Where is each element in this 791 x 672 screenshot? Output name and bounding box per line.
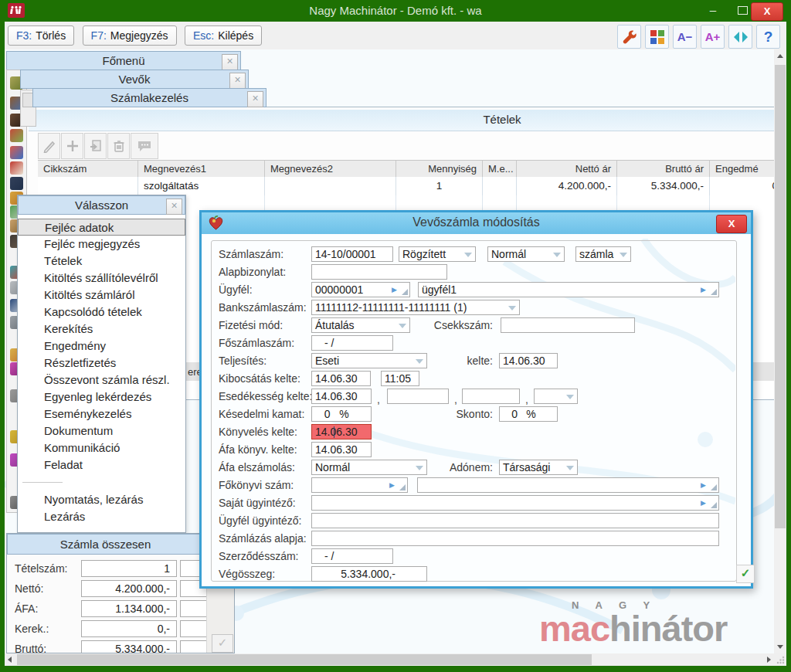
corner-expand-icon[interactable] — [399, 484, 406, 490]
lookup-arrow-icon[interactable]: ▶ — [392, 286, 397, 294]
fokonyvi-nev-input[interactable]: ▶ — [417, 477, 719, 493]
osszesen-titlebar[interactable]: Számla összesen — [7, 534, 204, 555]
dialog-titlebar[interactable]: Vevőszámla módosítás X — [202, 212, 751, 234]
table-column-header[interactable]: Mennyiség — [396, 161, 483, 178]
scroll-down-icon[interactable] — [777, 645, 783, 649]
fomenu-window-titlebar[interactable]: Főmenü × — [6, 51, 241, 70]
corner-expand-icon[interactable] — [711, 484, 717, 490]
szamlakezeles-close-icon[interactable]: × — [247, 91, 263, 107]
scroll-left-icon[interactable] — [8, 657, 12, 663]
ugyfel-kod-input[interactable]: 00000001▶ — [311, 282, 410, 297]
f7-megjegyzes-button[interactable]: F7: Megjegyzés — [83, 25, 177, 46]
resize-grip[interactable] — [774, 653, 786, 666]
szerzodesszam-input[interactable]: - / — [311, 548, 393, 564]
szamlaszam-input[interactable]: 14-10/00001 — [311, 246, 393, 262]
valasszon-item[interactable]: Engedmény — [18, 338, 185, 355]
tipus-select[interactable]: Normál — [487, 246, 565, 262]
corner-expand-icon[interactable] — [402, 289, 408, 295]
copy-row-button[interactable] — [84, 133, 107, 159]
vevok-close-icon[interactable]: × — [229, 73, 246, 89]
valasszon-item[interactable]: Fejléc adatok — [18, 219, 185, 236]
valasszon-item[interactable]: Nyomtatás, lezárás — [18, 491, 185, 508]
minimize-button[interactable]: – — [703, 2, 723, 19]
table-row[interactable]: szolgáltatás14.200.000,-5.334.000,-0 — [38, 177, 777, 196]
confirm-check-button-disabled[interactable]: ✓ — [212, 634, 233, 653]
kibocsatas-kelte-input[interactable]: 14.06.30 — [311, 371, 371, 386]
table-column-header[interactable]: Nettó ár — [517, 161, 617, 178]
valasszon-item[interactable]: Eseménykezelés — [18, 406, 185, 423]
theme-colors-button[interactable] — [645, 25, 669, 49]
allapot-select[interactable]: Rögzített — [399, 246, 476, 262]
afa-konyv-kelte-input[interactable]: 14.06.30 — [311, 442, 372, 457]
palette-icon[interactable] — [10, 146, 23, 159]
valasszon-item[interactable]: Részletfizetés — [18, 355, 185, 372]
maximize-button[interactable] — [738, 6, 748, 15]
ugyfel-ugyintezo-input[interactable] — [311, 513, 719, 528]
corner-expand-icon[interactable] — [711, 502, 717, 508]
vertical-scroll-thumb[interactable] — [775, 65, 786, 528]
kibocsatas-ido-input[interactable]: 11:05 — [381, 371, 419, 386]
lookup-arrow-icon[interactable]: ▶ — [701, 286, 706, 294]
corner-expand-icon[interactable] — [711, 289, 717, 295]
f3-torles-button[interactable]: F3: Törlés — [8, 25, 74, 46]
valasszon-item[interactable]: Összevont számla részl. — [18, 372, 185, 389]
dialog-close-button[interactable]: X — [716, 215, 747, 233]
horizontal-scroll-thumb[interactable] — [17, 654, 592, 665]
szamlazas-alapja-input[interactable] — [311, 531, 719, 546]
phone-icon[interactable] — [10, 161, 23, 175]
ugyfel-nev-input[interactable]: ügyfél1▶ — [418, 282, 719, 297]
monitor-icon[interactable] — [10, 177, 23, 190]
font-smaller-button[interactable]: A− — [673, 25, 697, 49]
font-larger-button[interactable]: A+ — [701, 25, 725, 49]
esedekesseg-kelte-input[interactable]: 14.06.30 — [311, 389, 372, 404]
esc-kilepes-button[interactable]: Esc: Kilépés — [185, 25, 262, 46]
table-column-header[interactable]: Bruttó ár — [617, 161, 710, 178]
valasszon-close-icon[interactable]: × — [166, 199, 182, 215]
comment-row-button[interactable] — [131, 133, 158, 159]
csekkszam-input[interactable] — [501, 317, 635, 333]
horizontal-scrollbar[interactable] — [5, 653, 774, 666]
esedekesseg-kelte2-input[interactable] — [387, 389, 449, 404]
bizonylat-tipus-select[interactable]: számla — [575, 246, 631, 262]
valasszon-item[interactable]: Dokumentum — [18, 423, 185, 440]
help-button[interactable]: ? — [756, 25, 780, 49]
esedekesseg-select[interactable] — [534, 389, 578, 404]
sajat-ugyintezo-input[interactable]: ▶ — [311, 495, 719, 511]
valasszon-item[interactable]: Fejléc megjegyzés — [18, 236, 185, 253]
valasszon-item[interactable]: Feladat — [18, 456, 185, 473]
kesedelmi-kamat-input[interactable]: 0% — [311, 406, 372, 422]
fomenu-close-icon[interactable]: × — [222, 54, 238, 70]
scroll-right-icon[interactable] — [767, 657, 771, 663]
table-column-header[interactable]: M.e... — [483, 161, 517, 178]
adonem-select[interactable]: Társasági — [499, 460, 578, 475]
valasszon-item[interactable]: Kapcsolódó tételek — [18, 304, 185, 321]
dialog-confirm-check-button[interactable]: ✓ — [736, 565, 755, 583]
esedekesseg-kelte3-input[interactable] — [462, 389, 520, 404]
resize-window-button[interactable] — [728, 25, 752, 49]
delete-row-button[interactable] — [107, 133, 130, 159]
valasszon-item[interactable]: Tételek — [18, 253, 185, 270]
scroll-up-icon[interactable] — [777, 54, 783, 58]
alapbizonylat-input[interactable] — [311, 264, 447, 280]
valasszon-item[interactable]: Kitöltés szállítólevélről — [18, 270, 185, 287]
table-column-header[interactable]: Engedmé — [710, 161, 777, 178]
apple-icon[interactable] — [10, 129, 23, 142]
szamlakezeles-window-titlebar[interactable]: Számlakezelés × — [32, 88, 266, 107]
valasszon-item[interactable]: Kommunikáció — [18, 440, 185, 456]
teljesites-kelte-input[interactable]: 14.06.30 — [499, 353, 558, 368]
skonto-input[interactable]: 0% — [499, 406, 558, 422]
valasszon-item[interactable]: Kitöltés számláról — [18, 287, 185, 304]
vertical-scrollbar[interactable] — [774, 49, 786, 653]
close-button[interactable]: X — [751, 2, 783, 21]
bankszamla-select[interactable]: 11111112-11111111-11111111 (1) — [311, 300, 520, 315]
foszamlaszam-input[interactable]: - / — [311, 335, 393, 351]
valasszon-item[interactable]: Egyenleg lekérdezés — [18, 389, 185, 406]
edit-row-button[interactable] — [38, 133, 60, 159]
vevok-window-titlebar[interactable]: Vevők × — [20, 70, 249, 89]
lookup-arrow-icon[interactable]: ▶ — [389, 481, 395, 490]
table-column-header[interactable]: Cikkszám — [38, 161, 138, 178]
konyveles-kelte-input-error[interactable]: 14.06.30 — [311, 424, 372, 440]
table-column-header[interactable]: Megnevezés2 — [265, 161, 396, 178]
lookup-arrow-icon[interactable]: ▶ — [701, 481, 706, 490]
settings-wrench-button[interactable] — [617, 25, 641, 49]
